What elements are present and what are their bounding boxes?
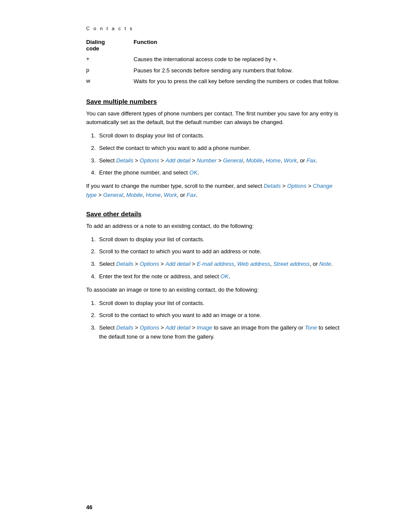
list-item: 3. Select Details > Options > Add detail… bbox=[86, 324, 342, 342]
list-item: 1. Scroll down to display your list of c… bbox=[86, 235, 342, 244]
page-number: 46 bbox=[86, 504, 92, 510]
section-label: C o n t a c t s bbox=[86, 26, 342, 31]
desc-p: Pauses for 2.5 seconds before sending an… bbox=[134, 66, 342, 75]
step-num: 3. bbox=[86, 324, 96, 342]
list-item: 2. Scroll to the contact to which you wa… bbox=[86, 247, 342, 256]
save-multiple-title: Save multiple numbers bbox=[86, 98, 342, 105]
step-text: Scroll to the contact to which you want … bbox=[99, 311, 342, 320]
code-p: p bbox=[86, 66, 134, 73]
step-text: Scroll to the contact to which you want … bbox=[99, 247, 342, 256]
list-item: 3. Select Details > Options > Add detail… bbox=[86, 260, 342, 269]
dialing-codes-table: Dialingcode Function + Causes the intern… bbox=[86, 39, 342, 86]
save-multiple-section: Save multiple numbers You can save diffe… bbox=[86, 98, 342, 200]
list-item: 3. Select Details > Options > Add detail… bbox=[86, 156, 342, 165]
table-header: Dialingcode Function bbox=[86, 39, 342, 52]
step-num: 2. bbox=[86, 311, 96, 320]
step-num: 1. bbox=[86, 235, 96, 244]
code-plus: + bbox=[86, 55, 134, 62]
desc-plus: Causes the international access code to … bbox=[134, 55, 342, 64]
table-row: p Pauses for 2.5 seconds before sending … bbox=[86, 66, 342, 75]
step-num: 3. bbox=[86, 156, 96, 165]
save-other-steps1: 1. Scroll down to display your list of c… bbox=[86, 235, 342, 281]
step-text: Select Details > Options > Add detail > … bbox=[99, 324, 342, 342]
step-num: 1. bbox=[86, 299, 96, 308]
list-item: 2. Select the contact to which you want … bbox=[86, 144, 342, 153]
step-text: Enter the text for the note or address, … bbox=[99, 272, 342, 281]
save-other-intro2: To associate an image or tone to an exis… bbox=[86, 286, 342, 295]
step-num: 2. bbox=[86, 144, 96, 153]
save-other-section: Save other details To add an address or … bbox=[86, 210, 342, 342]
step-text: Scroll down to display your list of cont… bbox=[99, 131, 342, 140]
step-text: Select Details > Options > Add detail > … bbox=[99, 156, 342, 165]
step-text: Select Details > Options > Add detail > … bbox=[99, 260, 342, 269]
step-num: 4. bbox=[86, 168, 96, 177]
col-header-function: Function bbox=[134, 39, 157, 52]
col-header-dialing: Dialingcode bbox=[86, 39, 134, 52]
list-item: 2. Scroll to the contact to which you wa… bbox=[86, 311, 342, 320]
step-num: 2. bbox=[86, 247, 96, 256]
list-item: 1. Scroll down to display your list of c… bbox=[86, 131, 342, 140]
save-other-steps2: 1. Scroll down to display your list of c… bbox=[86, 299, 342, 342]
save-multiple-note: If you want to change the number type, s… bbox=[86, 182, 342, 200]
step-num: 4. bbox=[86, 272, 96, 281]
save-multiple-steps: 1. Scroll down to display your list of c… bbox=[86, 131, 342, 177]
step-num: 3. bbox=[86, 260, 96, 269]
save-multiple-body: You can save different types of phone nu… bbox=[86, 109, 342, 128]
step-text: Scroll down to display your list of cont… bbox=[99, 299, 342, 308]
table-row: w Waits for you to press the call key be… bbox=[86, 77, 342, 86]
page: C o n t a c t s Dialingcode Function + C… bbox=[0, 0, 411, 532]
code-w: w bbox=[86, 77, 134, 84]
save-other-intro: To add an address or a note to an existi… bbox=[86, 222, 342, 231]
table-row: + Causes the international access code t… bbox=[86, 55, 342, 64]
list-item: 4. Enter the text for the note or addres… bbox=[86, 272, 342, 281]
step-num: 1. bbox=[86, 131, 96, 140]
step-text: Scroll down to display your list of cont… bbox=[99, 235, 342, 244]
save-other-title: Save other details bbox=[86, 210, 342, 218]
step-text: Select the contact to which you want to … bbox=[99, 144, 342, 153]
desc-w: Waits for you to press the call key befo… bbox=[134, 77, 342, 86]
step-text: Enter the phone number, and select OK. bbox=[99, 168, 342, 177]
list-item: 1. Scroll down to display your list of c… bbox=[86, 299, 342, 308]
list-item: 4. Enter the phone number, and select OK… bbox=[86, 168, 342, 177]
